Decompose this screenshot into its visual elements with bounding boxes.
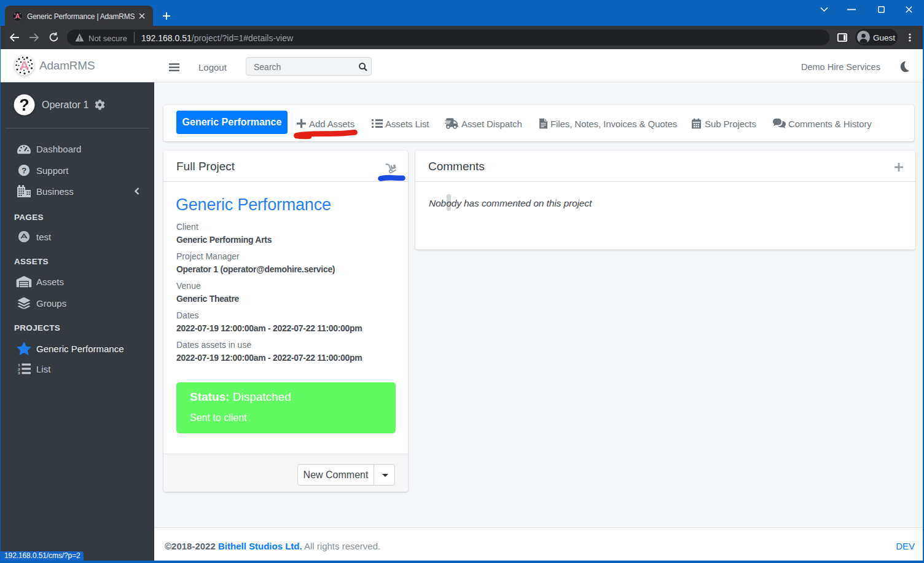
svg-text:1: 1 (18, 363, 20, 367)
svg-text:2: 2 (18, 368, 20, 371)
svg-text:?: ? (19, 96, 29, 114)
svg-text:3: 3 (18, 371, 20, 374)
svg-text:A: A (20, 58, 29, 73)
svg-text:A: A (15, 12, 20, 20)
svg-text:?: ? (22, 166, 26, 175)
